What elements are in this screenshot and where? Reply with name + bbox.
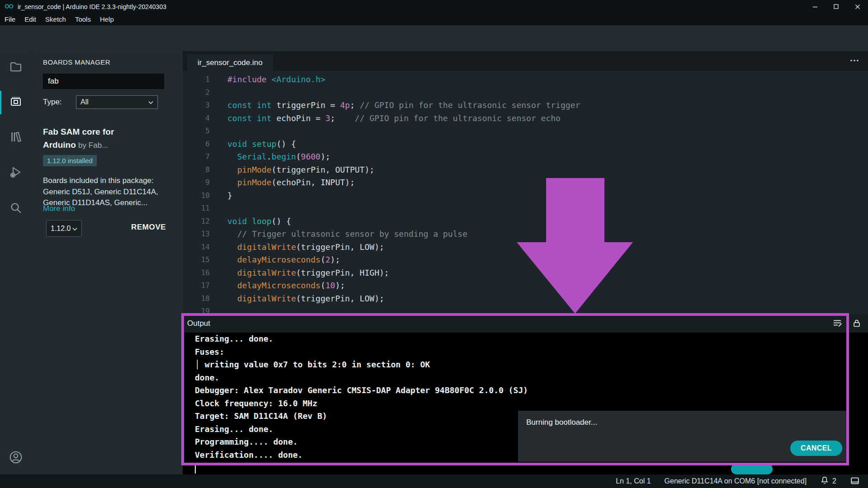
boards-manager-panel: BOARDS MANAGER Type: All Fab SAM core fo… (32, 51, 183, 474)
search-icon (9, 201, 23, 216)
line-number: 11 (183, 202, 215, 215)
package-author: by Fab... (78, 141, 108, 150)
code-line-17[interactable]: 17 delayMicroseconds(10); (183, 279, 868, 292)
code-text: const int triggerPin = 4p; // GPIO pin f… (215, 99, 580, 112)
sidebar-item-boards-manager[interactable] (0, 88, 32, 117)
code-line-14[interactable]: 14 digitalWrite(triggerPin, LOW); (183, 241, 868, 254)
menu-edit[interactable]: Edit (20, 13, 41, 25)
console-line: Erasing... done. (195, 333, 868, 346)
code-text: void loop() { (215, 215, 291, 228)
code-text: pinMode(echoPin, INPUT); (215, 176, 355, 189)
code-editor[interactable]: 1#include <Arduino.h>23const int trigger… (183, 71, 868, 314)
code-text: } (215, 189, 232, 202)
chevron-down-icon (72, 225, 77, 233)
line-number: 3 (183, 99, 215, 112)
chevron-down-icon (148, 98, 153, 106)
sidebar-item-sketchbook[interactable] (0, 53, 32, 82)
sidebar-item-debug[interactable] (0, 159, 32, 188)
more-info-link[interactable]: More info (43, 204, 75, 213)
notification-message: Burning bootloader... (526, 418, 597, 427)
code-line-15[interactable]: 15 delayMicroseconds(2); (183, 253, 868, 267)
code-line-7[interactable]: 7 Serial.begin(9600); (183, 150, 868, 164)
menu-bar: FileEditSketchToolsHelp (0, 13, 868, 25)
type-filter-value: All (80, 98, 89, 106)
panel-icon (850, 476, 860, 487)
package-name-line2: Arduino by Fab... (43, 140, 108, 150)
code-line-3[interactable]: 3const int triggerPin = 4p; // GPIO pin … (183, 99, 868, 112)
code-text: // Trigger ultrasonic sensor by sending … (215, 228, 467, 241)
line-number: 8 (183, 164, 215, 177)
code-line-18[interactable]: 18 digitalWrite(triggerPin, LOW); (183, 292, 868, 305)
code-line-5[interactable]: 5 (183, 125, 868, 138)
clear-output-button[interactable] (832, 318, 843, 330)
lock-icon (852, 318, 862, 329)
menu-file[interactable]: File (0, 13, 20, 25)
code-line-10[interactable]: 10} (183, 189, 868, 202)
code-text: digitalWrite(triggerPin, HIGH); (215, 267, 389, 280)
code-line-19[interactable]: 19 (183, 305, 868, 314)
line-number: 2 (183, 86, 215, 99)
console-caret (195, 464, 196, 474)
sidebar-item-library-manager[interactable] (0, 123, 32, 152)
code-line-16[interactable]: 16 digitalWrite(triggerPin, HIGH); (183, 267, 868, 280)
console-line: Fuses: (195, 346, 868, 359)
type-filter-dropdown[interactable]: All (76, 95, 158, 109)
notifications-indicator[interactable]: 2 (820, 476, 836, 487)
line-number: 14 (183, 241, 215, 254)
version-dropdown[interactable]: 1.12.0 (46, 220, 82, 237)
tab-strip: ir_sensor_code.ino (183, 51, 868, 71)
code-text: delayMicroseconds(10); (215, 279, 345, 292)
toolbar: Generic D11C14A (0, 25, 868, 51)
titlebar: ir_sensor_code | Arduino IDE 2.3.3-night… (0, 0, 868, 13)
remove-button[interactable]: REMOVE (131, 223, 166, 232)
code-line-4[interactable]: 4const int echoPin = 3; // GPIO pin for … (183, 112, 868, 125)
more-actions-button[interactable] (849, 55, 860, 67)
cancel-button[interactable]: CANCEL (790, 441, 842, 456)
code-text (215, 305, 227, 314)
output-header: Output (183, 314, 868, 333)
code-line-1[interactable]: 1#include <Arduino.h> (183, 73, 868, 86)
line-number: 12 (183, 215, 215, 228)
ellipsis-icon (849, 61, 860, 67)
partially-visible-notification-button[interactable] (731, 464, 773, 474)
code-text: #include <Arduino.h> (215, 73, 326, 86)
board-port-status[interactable]: Generic D11C14A on COM6 [not connected] (665, 477, 807, 485)
line-number: 17 (183, 279, 215, 292)
sidebar-item-account[interactable] (0, 444, 32, 473)
line-number: 19 (183, 305, 215, 314)
menu-sketch[interactable]: Sketch (41, 13, 71, 25)
code-text (215, 202, 227, 215)
code-text (215, 125, 227, 138)
line-number: 7 (183, 150, 215, 164)
boards-search-input[interactable] (43, 74, 164, 89)
code-line-6[interactable]: 6void setup() { (183, 138, 868, 151)
package-name-line1: Fab SAM core for (43, 127, 114, 137)
burning-bootloader-notification: Burning bootloader... CANCEL (518, 411, 847, 462)
toggle-panel-button[interactable] (850, 476, 860, 487)
status-bar: Ln 1, Col 1 Generic D11C14A on COM6 [not… (0, 474, 868, 488)
maximize-button[interactable] (826, 0, 847, 13)
code-line-9[interactable]: 9 pinMode(echoPin, INPUT); (183, 176, 868, 189)
code-line-12[interactable]: 12void loop() { (183, 215, 868, 228)
scroll-lock-button[interactable] (852, 318, 862, 329)
clear-output-icon (832, 318, 843, 330)
output-title: Output (187, 319, 210, 328)
code-line-8[interactable]: 8 pinMode(triggerPin, OUTPUT); (183, 164, 868, 177)
line-number: 5 (183, 125, 215, 138)
boards-chip-icon (9, 95, 23, 110)
close-button[interactable] (847, 0, 868, 13)
installed-version-badge: 1.12.0 installed (43, 155, 97, 166)
code-line-11[interactable]: 11 (183, 202, 868, 215)
menu-help[interactable]: Help (95, 13, 118, 25)
tab-ir-sensor-code[interactable]: ir_sensor_code.ino (187, 54, 273, 71)
sidebar-item-search[interactable] (0, 194, 32, 223)
console-line: │ writing value 0x7 to bits 2:0 in secti… (195, 358, 868, 371)
menu-tools[interactable]: Tools (71, 13, 95, 25)
cursor-position[interactable]: Ln 1, Col 1 (616, 477, 651, 485)
minimize-button[interactable] (804, 0, 826, 13)
code-text: digitalWrite(triggerPin, LOW); (215, 241, 384, 254)
code-line-2[interactable]: 2 (183, 86, 868, 99)
code-line-13[interactable]: 13 // Trigger ultrasonic sensor by sendi… (183, 228, 868, 241)
window-controls (804, 0, 868, 13)
arduino-ide-window: ir_sensor_code | Arduino IDE 2.3.3-night… (0, 0, 868, 488)
